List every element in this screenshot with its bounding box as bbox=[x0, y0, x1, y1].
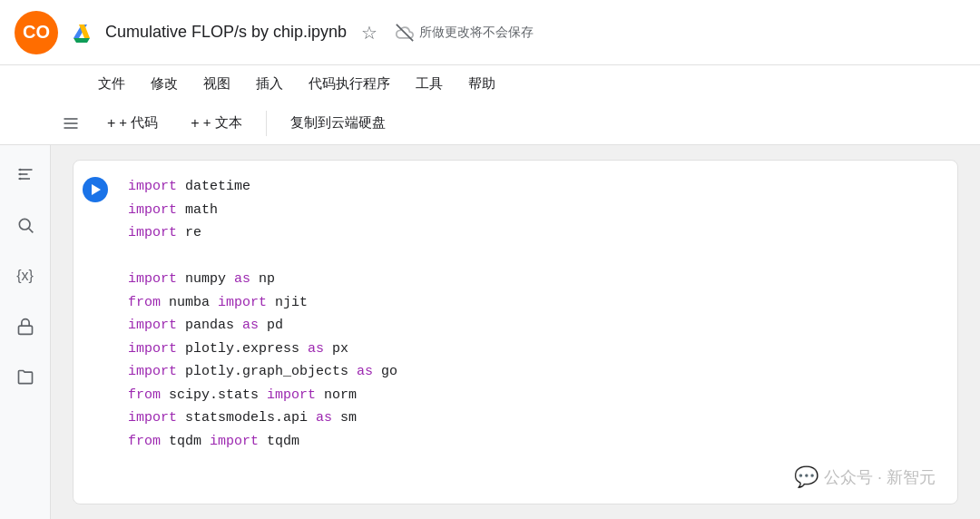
cloud-off-icon bbox=[396, 24, 414, 42]
cell-header: import datetime import math import re im… bbox=[74, 175, 943, 453]
top-bar: CO Cumulative FLOP/s by chip.ipynb ☆ 所做更… bbox=[0, 0, 980, 65]
sidebar-item-secrets[interactable] bbox=[11, 312, 40, 341]
menu-file[interactable]: 文件 bbox=[87, 72, 136, 96]
svg-point-9 bbox=[18, 178, 21, 181]
add-text-label: + 文本 bbox=[203, 114, 242, 132]
menu-insert[interactable]: 插入 bbox=[245, 72, 294, 96]
code-cell: import datetime import math import re im… bbox=[73, 160, 958, 504]
sidebar-item-search[interactable] bbox=[11, 211, 40, 240]
code-line-4: import numpy as np bbox=[128, 268, 943, 291]
code-line-8: import plotly.graph_objects as go bbox=[128, 360, 943, 384]
svg-line-11 bbox=[28, 229, 33, 233]
colab-logo: CO bbox=[15, 11, 58, 54]
plus-icon-2: + bbox=[191, 115, 199, 132]
menu-tools[interactable]: 工具 bbox=[405, 72, 454, 96]
code-content[interactable]: import datetime import math import re im… bbox=[128, 175, 943, 453]
add-text-button[interactable]: + + 文本 bbox=[178, 109, 254, 137]
code-line-3: import re bbox=[128, 221, 943, 245]
svg-point-8 bbox=[18, 173, 21, 176]
menu-bar: 文件 修改 视图 插入 代码执行程序 工具 帮助 bbox=[0, 65, 980, 102]
sidebar-toggle-button[interactable] bbox=[54, 107, 87, 140]
add-code-label: + 代码 bbox=[119, 114, 158, 132]
menu-edit[interactable]: 修改 bbox=[140, 72, 189, 96]
menu-view[interactable]: 视图 bbox=[192, 72, 241, 96]
toolbar: + + 代码 + + 文本 复制到云端硬盘 bbox=[0, 102, 980, 145]
menu-help[interactable]: 帮助 bbox=[457, 72, 506, 96]
code-line-7: import plotly.express as px bbox=[128, 338, 943, 361]
svg-point-7 bbox=[18, 169, 21, 171]
run-button-area bbox=[74, 175, 117, 202]
code-line-11: from tqdm import tqdm bbox=[128, 430, 943, 454]
star-icon[interactable]: ☆ bbox=[361, 22, 377, 44]
watermark-text: 公众号 · 新智元 bbox=[824, 466, 936, 488]
code-line-10: import statsmodels.api as sm bbox=[128, 406, 943, 430]
main-layout: {x} import datetime import math bbox=[0, 145, 980, 519]
add-code-button[interactable]: + + 代码 bbox=[94, 109, 171, 137]
code-line-9: from scipy.stats import norm bbox=[128, 384, 943, 407]
save-status-area: 所做更改将不会保存 bbox=[396, 24, 534, 42]
svg-rect-12 bbox=[18, 326, 32, 334]
sidebar-item-toc[interactable] bbox=[11, 160, 40, 189]
plus-icon: + bbox=[107, 115, 115, 132]
drive-icon bbox=[69, 22, 94, 44]
code-line-6: import pandas as pd bbox=[128, 314, 943, 338]
svg-point-10 bbox=[19, 219, 30, 230]
code-line-2: import math bbox=[128, 199, 943, 222]
menu-runtime[interactable]: 代码执行程序 bbox=[298, 72, 401, 96]
unsaved-label: 所做更改将不会保存 bbox=[419, 24, 534, 41]
blank-line-1 bbox=[128, 245, 943, 269]
left-sidebar: {x} bbox=[0, 145, 51, 519]
watermark: 💬 公众号 · 新智元 bbox=[794, 465, 936, 489]
sidebar-item-files[interactable] bbox=[11, 363, 40, 392]
code-line-5: from numba import njit bbox=[128, 291, 943, 315]
toolbar-divider bbox=[266, 111, 267, 136]
sidebar-item-variables[interactable]: {x} bbox=[11, 261, 40, 290]
document-title: Cumulative FLOP/s by chip.ipynb bbox=[105, 23, 347, 42]
copy-to-drive-button[interactable]: 复制到云端硬盘 bbox=[278, 109, 398, 137]
code-line-1: import datetime bbox=[128, 175, 943, 199]
run-button[interactable] bbox=[83, 177, 108, 202]
content-area: import datetime import math import re im… bbox=[51, 145, 980, 519]
wechat-icon: 💬 bbox=[794, 465, 818, 489]
